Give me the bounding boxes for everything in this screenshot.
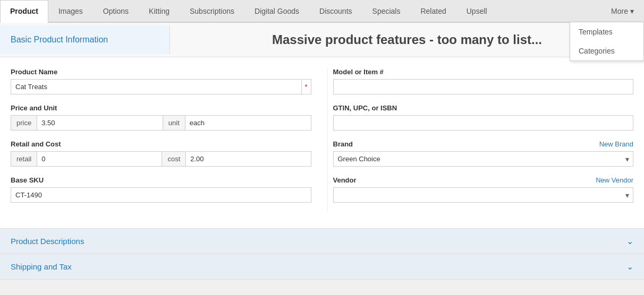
- tab-digital-goods[interactable]: Digital Goods: [244, 0, 309, 22]
- tab-upsell[interactable]: Upsell: [456, 0, 497, 22]
- vendor-select[interactable]: [333, 187, 634, 203]
- accordion-header-shipping-tax[interactable]: Shipping and Tax ⌄: [0, 254, 644, 279]
- form-right: Model or Item # GTIN, UPC, or ISBN Brand…: [327, 68, 634, 212]
- tab-specials[interactable]: Specials: [362, 0, 411, 22]
- more-tab-label: More: [611, 7, 628, 15]
- base-sku-group: Base SKU: [11, 176, 311, 203]
- price-input[interactable]: [37, 116, 163, 130]
- price-unit-fields: price unit: [11, 115, 311, 131]
- cost-input[interactable]: [186, 152, 310, 166]
- gtin-label: GTIN, UPC, or ISBN: [333, 104, 634, 112]
- unit-input[interactable]: [185, 116, 311, 130]
- base-sku-label: Base SKU: [11, 176, 311, 184]
- price-unit-label: Price and Unit: [11, 104, 311, 112]
- more-tab[interactable]: More ▾: [601, 0, 644, 22]
- form-area: Product Name * Price and Unit price unit…: [0, 57, 644, 223]
- tab-options[interactable]: Options: [93, 0, 139, 22]
- vendor-select-wrapper: [333, 187, 634, 203]
- price-label: price: [11, 116, 37, 130]
- model-label: Model or Item #: [333, 68, 634, 76]
- retail-cost-label: Retail and Cost: [11, 140, 311, 148]
- cost-label: cost: [162, 152, 186, 166]
- product-name-input[interactable]: [11, 79, 302, 94]
- tab-subscriptions[interactable]: Subscriptions: [180, 0, 244, 22]
- product-name-input-wrapper: *: [11, 79, 311, 94]
- form-left: Product Name * Price and Unit price unit…: [11, 68, 327, 212]
- accordion-item-product-descriptions: Product Descriptions ⌄: [0, 229, 644, 254]
- accordion-item-shipping-tax: Shipping and Tax ⌄: [0, 254, 644, 280]
- new-vendor-link[interactable]: New Vendor: [596, 176, 633, 184]
- accordion: Product Descriptions ⌄ Shipping and Tax …: [0, 228, 644, 280]
- top-banner: Basic Product Information Massive produc…: [0, 23, 644, 57]
- accordion-title-product-descriptions: Product Descriptions: [11, 237, 84, 246]
- retail-cost-group: Retail and Cost retail cost: [11, 140, 311, 167]
- more-dropdown-menu: TemplatesCategories: [570, 22, 644, 61]
- dropdown-item-categories[interactable]: Categories: [570, 41, 643, 60]
- base-sku-input[interactable]: [11, 187, 311, 203]
- tab-related[interactable]: Related: [410, 0, 456, 22]
- dropdown-item-templates[interactable]: Templates: [570, 22, 643, 41]
- product-name-label: Product Name: [11, 68, 311, 76]
- brand-group: Brand New Brand Green ChoiceOther Brand: [333, 140, 634, 167]
- chevron-down-icon: ⌄: [626, 236, 633, 246]
- more-tab-arrow: ▾: [630, 7, 634, 15]
- brand-label: Brand: [333, 140, 353, 148]
- more-tab-wrapper[interactable]: More ▾ TemplatesCategories: [601, 0, 644, 22]
- chevron-down-icon: ⌄: [626, 262, 633, 272]
- tab-images[interactable]: Images: [48, 0, 93, 22]
- unit-label: unit: [163, 116, 185, 130]
- brand-select[interactable]: Green ChoiceOther Brand: [333, 151, 634, 167]
- brand-select-wrapper: Green ChoiceOther Brand: [333, 151, 634, 167]
- tab-kitting[interactable]: Kitting: [139, 0, 180, 22]
- vendor-header: Vendor New Vendor: [333, 176, 634, 184]
- model-input[interactable]: [333, 79, 634, 94]
- brand-header: Brand New Brand: [333, 140, 634, 148]
- gtin-input[interactable]: [333, 115, 634, 131]
- new-brand-link[interactable]: New Brand: [599, 140, 633, 148]
- accordion-header-product-descriptions[interactable]: Product Descriptions ⌄: [0, 229, 644, 254]
- retail-input[interactable]: [37, 152, 162, 166]
- model-group: Model or Item #: [333, 68, 634, 94]
- price-unit-group: Price and Unit price unit: [11, 104, 311, 131]
- tab-discounts[interactable]: Discounts: [309, 0, 362, 22]
- retail-label: retail: [11, 152, 37, 166]
- section-title: Basic Product Information: [0, 25, 170, 54]
- main-content: Basic Product Information Massive produc…: [0, 23, 644, 280]
- required-star: *: [302, 79, 311, 94]
- product-name-group: Product Name *: [11, 68, 311, 94]
- gtin-group: GTIN, UPC, or ISBN: [333, 104, 634, 131]
- tab-product[interactable]: Product: [0, 0, 48, 23]
- accordion-title-shipping-tax: Shipping and Tax: [11, 262, 72, 271]
- vendor-group: Vendor New Vendor: [333, 176, 634, 203]
- tab-bar: ProductImagesOptionsKittingSubscriptions…: [0, 0, 644, 23]
- vendor-label: Vendor: [333, 176, 357, 184]
- retail-cost-fields: retail cost: [11, 151, 311, 167]
